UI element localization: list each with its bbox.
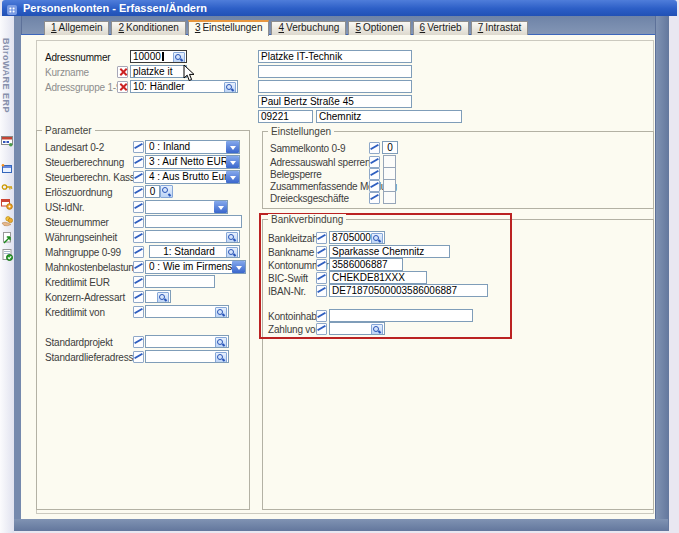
tab-einstellungen[interactable]: 3Einstellungen bbox=[188, 20, 270, 36]
kreditlimit-von-input[interactable] bbox=[145, 305, 229, 318]
standardlieferadresse-label: Standardlieferadresse bbox=[45, 352, 139, 363]
address-street-input[interactable]: Paul Bertz Straße 45 bbox=[258, 95, 412, 108]
edit-note-icon[interactable] bbox=[133, 231, 144, 243]
edit-note-icon[interactable] bbox=[133, 291, 144, 303]
address-settings-icon[interactable] bbox=[1, 196, 13, 208]
sammelkonto-input[interactable]: 0 bbox=[382, 141, 398, 154]
lookup-icon[interactable] bbox=[173, 52, 185, 63]
report-icon[interactable] bbox=[1, 133, 13, 145]
konzern-adressart-label: Konzern-Adressart bbox=[45, 292, 125, 303]
edit-note-icon[interactable] bbox=[133, 156, 144, 168]
tab-allgemein[interactable]: 1Allgemein bbox=[44, 21, 109, 35]
einstellungen-group-title: Einstellungen bbox=[268, 126, 334, 137]
sammelkonto-label: Sammelkonto 0-9 bbox=[270, 143, 345, 154]
parameter-group-title: Parameter bbox=[42, 125, 95, 136]
kurzname-label: Kurzname bbox=[45, 67, 89, 78]
window-icon[interactable] bbox=[1, 161, 13, 173]
app-sidebar: BüroWARE ERP bbox=[0, 16, 14, 533]
landesart-dropdown[interactable]: 0 : Inland bbox=[145, 140, 240, 154]
edit-note-icon[interactable] bbox=[133, 201, 144, 213]
address-zip-input[interactable]: 09221 bbox=[258, 110, 313, 123]
tab-intrastat[interactable]: 7Intrastat bbox=[471, 21, 529, 35]
tab-optionen[interactable]: 5Optionen bbox=[348, 21, 410, 35]
mahnkostenbelastung-dropdown[interactable]: 0 : Wie im Firmenstamm eing bbox=[145, 260, 246, 274]
title-bar: Personenkonten - Erfassen/Ändern bbox=[2, 0, 677, 16]
mouse-cursor bbox=[183, 64, 195, 87]
landesart-label: Landesart 0-2 bbox=[45, 142, 104, 153]
export-page-icon[interactable] bbox=[1, 230, 13, 242]
steuerberechnung-label: Steuerberechnung bbox=[45, 157, 124, 168]
adressnummer-label: Adressnummer bbox=[45, 52, 110, 63]
lookup-icon[interactable] bbox=[160, 185, 173, 198]
edit-note-icon[interactable] bbox=[133, 186, 144, 198]
steuerberechnung-dropdown[interactable]: 3 : Auf Netto EUR bbox=[145, 155, 240, 169]
kurzname-input[interactable]: platzke it bbox=[130, 65, 187, 78]
kreditlimit-eur-label: Kreditlimit EUR bbox=[45, 277, 110, 288]
standardlieferadresse-input[interactable] bbox=[145, 350, 229, 363]
edit-note-icon[interactable] bbox=[133, 261, 144, 273]
edit-note-icon[interactable] bbox=[133, 171, 144, 183]
lookup-icon[interactable] bbox=[226, 232, 238, 243]
app-window: Personenkonten - Erfassen/Ändern BüroWAR… bbox=[0, 0, 679, 533]
delete-field-icon[interactable] bbox=[117, 81, 128, 93]
lookup-icon[interactable] bbox=[226, 247, 238, 258]
tab-strip: 1Allgemein 2Konditionen 3Einstellungen 4… bbox=[44, 20, 530, 36]
tab-vertrieb[interactable]: 6Vertrieb bbox=[413, 21, 469, 35]
dreiecksgeschaefte-label: Dreiecksgeschäfte bbox=[270, 193, 349, 204]
mahngruppe-input[interactable]: 1: Standard bbox=[149, 245, 240, 258]
ust-idnr-dropdown[interactable] bbox=[145, 200, 228, 214]
bank-group-title: Bankverbindung bbox=[268, 214, 346, 225]
lookup-icon[interactable] bbox=[215, 307, 227, 318]
app-brand: BüroWARE ERP bbox=[1, 38, 11, 148]
document-ok-icon[interactable] bbox=[1, 247, 13, 259]
steuernummer-input[interactable] bbox=[145, 215, 242, 228]
edit-note-icon[interactable] bbox=[133, 306, 144, 318]
delete-field-icon[interactable] bbox=[117, 66, 128, 78]
edit-note-icon[interactable] bbox=[133, 336, 144, 348]
erloeszuordnung-input[interactable]: 0 bbox=[145, 185, 160, 198]
belegsperre-label: Belegsperre bbox=[270, 169, 322, 180]
address-name2-input[interactable] bbox=[258, 65, 412, 78]
waehrungseinheit-input[interactable] bbox=[145, 230, 240, 243]
edit-note-icon[interactable] bbox=[369, 156, 380, 168]
window-border-bottom bbox=[14, 519, 668, 531]
lookup-icon[interactable] bbox=[215, 352, 227, 363]
tab-konditionen[interactable]: 2Konditionen bbox=[111, 21, 185, 35]
edit-note-icon[interactable] bbox=[133, 141, 144, 153]
edit-note-icon[interactable] bbox=[133, 246, 144, 258]
window-menu-icon[interactable] bbox=[7, 3, 17, 13]
standardprojekt-input[interactable] bbox=[145, 335, 229, 348]
edit-note-icon[interactable] bbox=[369, 180, 380, 192]
edit-note-icon[interactable] bbox=[369, 168, 380, 180]
edit-note-icon[interactable] bbox=[369, 192, 380, 204]
window-border-right bbox=[655, 16, 669, 531]
ust-idnr-label: USt-IdNr. bbox=[45, 202, 84, 213]
adressgruppe-label: Adressgruppe 1-99 bbox=[45, 82, 127, 93]
payment-hand-icon[interactable] bbox=[1, 213, 13, 225]
steuernummer-label: Steuernummer bbox=[45, 217, 109, 228]
konzern-adressart-input[interactable] bbox=[145, 290, 171, 303]
standardprojekt-label: Standardprojekt bbox=[45, 337, 113, 348]
kreditlimit-von-label: Kreditlimit von bbox=[45, 307, 105, 318]
address-name1-input[interactable]: Platzke IT-Technik bbox=[258, 50, 412, 63]
adressnummer-input[interactable]: 10000 bbox=[130, 50, 187, 63]
highlight-annotation bbox=[259, 213, 512, 339]
tab-verbuchung[interactable]: 4Verbuchung bbox=[271, 21, 346, 35]
edit-note-icon[interactable] bbox=[133, 351, 144, 363]
lookup-icon[interactable] bbox=[215, 337, 227, 348]
lookup-icon[interactable] bbox=[157, 292, 169, 303]
dreiecksgeschaefte-checkbox[interactable] bbox=[383, 191, 396, 204]
steuerberechn-kasse-label: Steuerberechn. Kasse bbox=[45, 172, 140, 183]
erloeszuordnung-label: Erlöszuordnung bbox=[45, 187, 112, 198]
edit-note-icon[interactable] bbox=[133, 216, 144, 228]
steuerberechn-kasse-dropdown[interactable]: 4 : Aus Brutto Euro bbox=[145, 170, 240, 184]
lookup-icon[interactable] bbox=[224, 82, 236, 93]
edit-note-icon[interactable] bbox=[133, 276, 144, 288]
mahnkostenbelastung-label: Mahnkostenbelastung bbox=[45, 262, 139, 273]
address-city-input[interactable]: Chemnitz bbox=[316, 110, 462, 123]
kreditlimit-eur-input[interactable] bbox=[145, 275, 215, 288]
adressauswahl-sperren-label: Adressauswahl sperren bbox=[270, 157, 370, 168]
edit-note-icon[interactable] bbox=[369, 142, 380, 154]
key-icon[interactable] bbox=[1, 179, 13, 191]
address-name3-input[interactable] bbox=[258, 80, 412, 93]
